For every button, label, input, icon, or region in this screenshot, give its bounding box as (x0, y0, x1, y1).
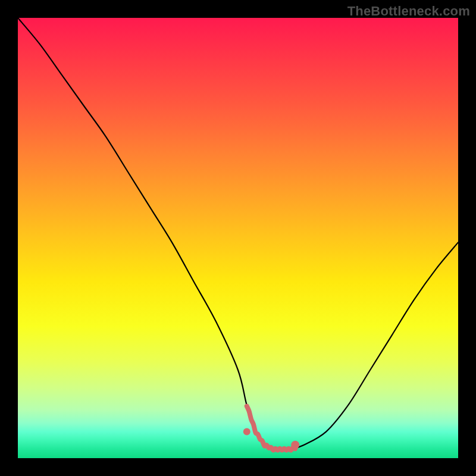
chart-frame: TheBottleneck.com (0, 0, 476, 476)
bottleneck-curve (18, 18, 458, 450)
optimal-range-highlight (247, 406, 295, 450)
watermark-text: TheBottleneck.com (347, 4, 470, 19)
curve-svg (18, 18, 458, 458)
optimal-start-dot (243, 428, 250, 436)
plot-area (18, 18, 458, 458)
optimal-end-dot (291, 441, 299, 449)
